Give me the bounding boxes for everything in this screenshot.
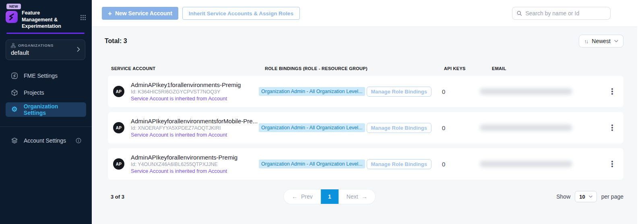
row-count: 3 of 3 <box>108 194 124 200</box>
organization-selector[interactable]: ORGANIZATIONS default <box>6 39 85 60</box>
service-account-id: Id: Y4OUNXZ46A6IBL6255QTPXJJNE <box>131 162 237 167</box>
chevron-down-icon <box>614 40 618 42</box>
page-size-control: Show 10 per page <box>556 191 623 202</box>
right-gutter <box>637 0 644 224</box>
sort-icon: ↑↓ <box>584 38 588 44</box>
api-keys-count: 0 <box>442 88 479 95</box>
email-redacted <box>480 88 572 95</box>
inherited-note: Service Account is inherited from Accoun… <box>131 95 241 102</box>
new-service-account-label: New Service Account <box>115 10 172 17</box>
avatar: AP <box>113 158 124 170</box>
search-input[interactable] <box>525 10 606 17</box>
role-binding-badge: Organization Admin - All Organization Le… <box>259 160 365 168</box>
sidebar-item-account-settings[interactable]: Account Settings <box>6 133 86 148</box>
service-account-name: AdminAPIkey1forallenvironments-Premig <box>131 81 241 88</box>
sidebar: NEW Feature Management & Experimentation <box>0 0 92 224</box>
app-root: NEW Feature Management & Experimentation <box>0 0 644 224</box>
next-page-button[interactable]: Next → <box>339 189 376 204</box>
chevron-right-icon <box>77 47 80 52</box>
list-footer: 3 of 3 ← Prev 1 Next → Show <box>108 189 623 204</box>
plus-icon: + <box>108 10 112 17</box>
row-menu-kebab-icon[interactable] <box>607 159 617 169</box>
email-redacted <box>480 124 572 131</box>
manage-role-bindings-button[interactable]: Manage Role Bindings <box>367 87 431 97</box>
prev-page-button[interactable]: ← Prev <box>284 189 321 204</box>
column-header-role-bindings: ROLE BINDINGS (ROLE - RESOURCE GROUP) <box>259 66 442 71</box>
sidebar-item-label: Account Settings <box>24 137 66 144</box>
table-header-row: SERVICE ACCOUNT ROLE BINDINGS (ROLE - RE… <box>108 66 623 71</box>
manage-role-bindings-button[interactable]: Manage Role Bindings <box>367 123 431 133</box>
inherit-service-accounts-button[interactable]: Inherit Service Accounts & Assign Roles <box>182 7 300 20</box>
total-count: Total: 3 <box>105 37 127 45</box>
email-redacted <box>480 161 572 167</box>
next-label: Next <box>347 193 358 200</box>
content-area: Total: 3 ↑↓ Newest SERVICE ACCOUNT ROLE … <box>92 27 637 224</box>
row-menu-kebab-icon[interactable] <box>607 123 617 133</box>
service-account-name: AdminAPIkeyforallenvironmentsforMobile-P… <box>131 118 258 124</box>
app-title: Feature Management & Experimentation <box>22 10 70 30</box>
app-switcher-icon[interactable] <box>80 15 86 21</box>
service-account-list: SERVICE ACCOUNT ROLE BINDINGS (ROLE - RE… <box>108 66 623 204</box>
api-keys-count: 0 <box>442 124 479 131</box>
service-account-name: AdminAPIkeyforallenvironments-Premig <box>131 154 237 161</box>
organizations-label: ORGANIZATIONS <box>18 43 54 48</box>
avatar: AP <box>113 122 124 133</box>
prev-label: Prev <box>301 193 313 200</box>
layers-icon <box>10 137 19 144</box>
arrow-right-icon: → <box>362 193 367 200</box>
sidebar-divider <box>0 127 92 127</box>
sidebar-item-organization-settings[interactable]: ⚙ Organization Settings <box>6 102 86 117</box>
avatar: AP <box>113 86 124 97</box>
new-service-account-button[interactable]: + New Service Account <box>102 7 178 20</box>
row-menu-kebab-icon[interactable] <box>607 87 617 96</box>
inherited-note: Service Account is inherited from Accoun… <box>131 132 258 138</box>
table-row: AP AdminAPIkey1forallenvironments-Premig… <box>108 76 623 107</box>
sidebar-item-fme-settings[interactable]: FME Settings <box>6 68 86 83</box>
sidebar-item-label: Projects <box>24 89 44 96</box>
fme-settings-icon <box>10 72 19 79</box>
projects-cube-icon <box>10 89 19 96</box>
chevron-down-icon <box>589 195 592 198</box>
app-logo-icon <box>6 11 18 23</box>
role-binding-badge: Organization Admin - All Organization Le… <box>259 87 365 96</box>
role-binding-badge: Organization Admin - All Organization Le… <box>259 123 365 132</box>
service-account-id: Id: K364HIC5RI6GZGYCPVST7NOQ3Y <box>131 89 241 95</box>
sort-dropdown[interactable]: ↑↓ Newest <box>579 35 623 48</box>
page-size-select[interactable]: 10 <box>575 191 597 202</box>
main-panel: + New Service Account Inherit Service Ac… <box>92 0 637 224</box>
info-icon[interactable] <box>76 138 81 143</box>
per-page-label: per page <box>601 193 623 200</box>
organization-name: default <box>11 49 77 56</box>
search-icon <box>516 10 522 17</box>
table-row: AP AdminAPIkeyforallenvironmentsforMobil… <box>108 112 623 143</box>
organizations-icon <box>11 43 16 48</box>
service-account-id: Id: XNOERAFYYA5XPDEZ7AOQTJKIRI <box>131 125 258 131</box>
brand-underline <box>6 33 85 34</box>
column-header-service-account: SERVICE ACCOUNT <box>108 66 259 71</box>
toolbar: + New Service Account Inherit Service Ac… <box>92 0 637 27</box>
manage-role-bindings-button[interactable]: Manage Role Bindings <box>367 159 431 169</box>
new-badge: NEW <box>6 4 21 9</box>
column-header-api-keys: API KEYS <box>442 66 479 71</box>
gear-icon: ⚙ <box>10 106 19 113</box>
sidebar-item-projects[interactable]: Projects <box>6 85 86 100</box>
sidebar-item-label: Organization Settings <box>24 103 81 116</box>
sidebar-header: NEW Feature Management & Experimentation <box>0 0 92 30</box>
search-box <box>512 7 611 20</box>
sidebar-nav: FME Settings Projects ⚙ Organization Set… <box>0 68 92 148</box>
sort-label: Newest <box>592 38 611 44</box>
page-size-value: 10 <box>579 194 585 200</box>
arrow-left-icon: ← <box>292 193 297 200</box>
pagination: ← Prev 1 Next → <box>284 189 376 204</box>
inherited-note: Service Account is inherited from Accoun… <box>131 168 237 174</box>
column-header-email: EMAIL <box>479 66 607 71</box>
sidebar-item-label: FME Settings <box>24 73 58 79</box>
table-row: AP AdminAPIkeyforallenvironments-Premig … <box>108 148 623 180</box>
show-label: Show <box>556 193 570 200</box>
api-keys-count: 0 <box>442 161 479 168</box>
current-page-button[interactable]: 1 <box>321 189 339 204</box>
